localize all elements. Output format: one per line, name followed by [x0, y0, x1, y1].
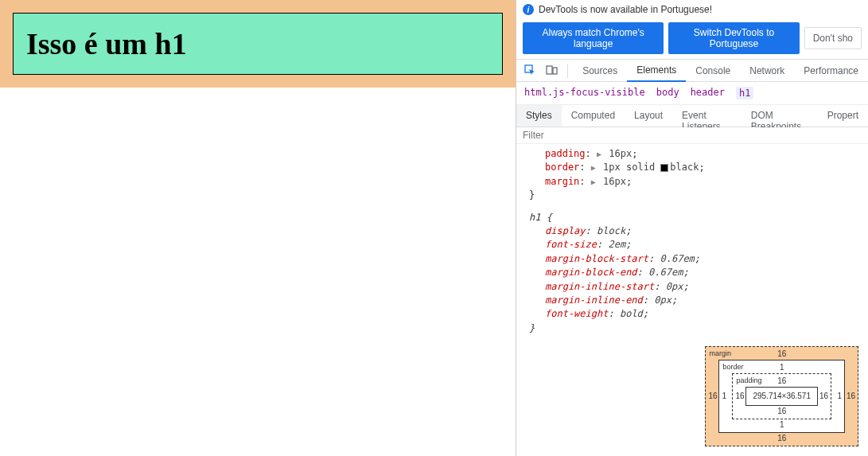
- css-prop: font-weight: [545, 308, 608, 319]
- styles-content: padding: ▶ 16px; border: ▶ 1px solid bla…: [516, 144, 868, 456]
- padding-top-value: 16: [777, 376, 786, 388]
- tab-performance[interactable]: Performance: [794, 60, 868, 81]
- css-prop: padding: [545, 148, 586, 159]
- css-prop: font-size: [545, 239, 597, 250]
- breadcrumb-html[interactable]: html.js-focus-visible: [524, 87, 645, 99]
- subtab-dom-breakpoints[interactable]: DOM Breakpoints: [741, 105, 818, 127]
- styles-filter-input[interactable]: [523, 130, 862, 141]
- styles-filter-row: [516, 127, 868, 144]
- user-agent-rule-block[interactable]: h1 { display: block; font-size: 2em; mar…: [529, 211, 860, 336]
- css-prop: margin-inline-end: [545, 294, 643, 306]
- box-model-border-label: border: [722, 362, 743, 372]
- border-top-value: 1: [780, 362, 784, 374]
- language-button-row: Always match Chrome's language Switch De…: [516, 19, 868, 60]
- devtools-notice-bar: i DevTools is now available in Portugues…: [516, 0, 868, 19]
- page-h1: Isso é um h1: [13, 13, 503, 75]
- page-header: Isso é um h1: [0, 0, 516, 88]
- css-value: 16px: [609, 148, 632, 159]
- dom-breadcrumb: html.js-focus-visible body header h1: [516, 82, 868, 105]
- inspect-element-icon[interactable]: [520, 60, 541, 81]
- padding-bottom-value: 16: [777, 406, 786, 418]
- svg-rect-2: [553, 68, 557, 74]
- tab-console[interactable]: Console: [686, 60, 740, 81]
- box-model-margin: margin 16 16 16 16 border 1 1 1 1 paddin…: [705, 346, 858, 447]
- padding-left-value: 16: [735, 391, 744, 403]
- css-value: bold: [620, 308, 643, 319]
- dont-show-button[interactable]: Don't sho: [804, 27, 862, 49]
- tab-network[interactable]: Network: [740, 60, 794, 81]
- box-model-diagram[interactable]: margin 16 16 16 16 border 1 1 1 1 paddin…: [705, 346, 858, 447]
- rendered-page: Isso é um h1: [0, 0, 516, 456]
- css-prop: margin-inline-start: [545, 281, 654, 292]
- css-prop: margin-block-start: [545, 253, 648, 264]
- color-swatch-icon[interactable]: [660, 164, 668, 172]
- box-model-content: 295.714×36.571: [745, 387, 818, 407]
- breadcrumb-h1[interactable]: h1: [736, 87, 753, 99]
- styles-sub-tabs: Styles Computed Layout Event Listeners D…: [516, 105, 868, 127]
- css-value: 0.67em: [648, 267, 683, 278]
- css-value: black: [670, 162, 699, 173]
- border-left-value: 1: [722, 391, 726, 403]
- subtab-computed[interactable]: Computed: [562, 105, 625, 127]
- css-prop: border: [545, 162, 579, 173]
- device-toolbar-icon[interactable]: [541, 60, 562, 81]
- box-model-margin-label: margin: [709, 349, 731, 359]
- border-bottom-value: 1: [780, 419, 784, 431]
- margin-top-value: 16: [777, 349, 786, 361]
- css-value: block: [597, 225, 625, 236]
- subtab-event-listeners[interactable]: Event Listeners: [672, 105, 741, 127]
- info-icon: i: [523, 4, 534, 15]
- padding-right-value: 16: [819, 391, 828, 403]
- margin-left-value: 16: [708, 391, 717, 403]
- svg-rect-1: [547, 66, 552, 74]
- tab-elements[interactable]: Elements: [627, 60, 686, 82]
- breadcrumb-body[interactable]: body: [656, 87, 679, 99]
- css-value: 0.67em: [660, 253, 695, 264]
- css-value: 0px: [654, 294, 671, 306]
- authored-rule-block[interactable]: padding: ▶ 16px; border: ▶ 1px solid bla…: [529, 147, 860, 203]
- css-value: solid: [626, 162, 655, 173]
- box-model-padding: padding 16 16 16 16 295.714×36.571: [732, 373, 831, 420]
- box-model-border: border 1 1 1 1 padding 16 16 16 16 295.7…: [718, 360, 845, 434]
- always-match-language-button[interactable]: Always match Chrome's language: [523, 22, 664, 54]
- margin-right-value: 16: [847, 391, 855, 403]
- css-selector: h1: [529, 212, 540, 223]
- devtools-panel: i DevTools is now available in Portugues…: [516, 0, 868, 456]
- switch-language-button[interactable]: Switch DevTools to Portuguese: [668, 22, 799, 54]
- css-value: 16px: [603, 176, 626, 187]
- tab-sources[interactable]: Sources: [573, 60, 627, 81]
- border-right-value: 1: [837, 391, 842, 403]
- subtab-properties[interactable]: Propert: [818, 105, 868, 127]
- notice-text: DevTools is now available in Portuguese!: [539, 4, 712, 15]
- breadcrumb-header[interactable]: header: [691, 87, 725, 99]
- margin-bottom-value: 16: [777, 433, 786, 445]
- css-prop: display: [545, 225, 586, 236]
- devtools-main-tabs: Sources Elements Console Network Perform…: [516, 60, 868, 82]
- divider: [567, 64, 568, 78]
- expand-icon[interactable]: ▶: [591, 177, 596, 189]
- css-value: 0px: [666, 281, 683, 292]
- subtab-layout[interactable]: Layout: [625, 105, 672, 127]
- css-value: 2em: [608, 239, 625, 250]
- expand-icon[interactable]: ▶: [597, 149, 601, 161]
- css-prop: margin-block-end: [545, 267, 637, 278]
- css-prop: margin: [545, 176, 579, 187]
- expand-icon[interactable]: ▶: [591, 162, 596, 174]
- box-model-padding-label: padding: [736, 376, 761, 386]
- css-value: 1px: [603, 162, 621, 173]
- subtab-styles[interactable]: Styles: [516, 105, 562, 127]
